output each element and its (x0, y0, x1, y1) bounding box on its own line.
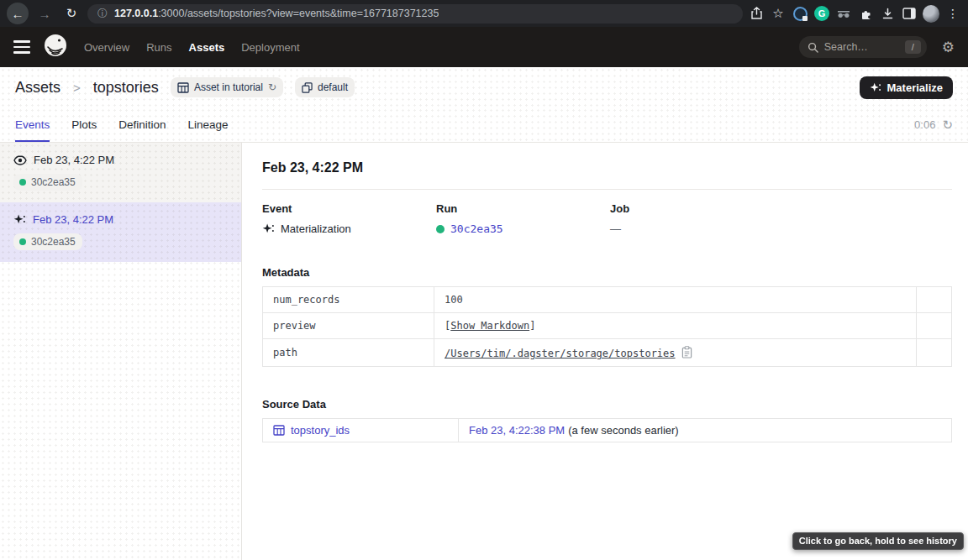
content-area: Feb 23, 4:22 PM 30c2ea35 Feb 23, 4:22 PM… (0, 143, 968, 560)
run-column: Run 30c2ea35 (436, 202, 610, 235)
metadata-empty-cell (917, 313, 952, 339)
materialize-sparkle-icon (870, 82, 881, 93)
source-data-section-title: Source Data (262, 398, 952, 411)
tab-events[interactable]: Events (15, 107, 50, 142)
asset-group-label: default (318, 81, 348, 93)
asset-group-badge[interactable]: default (295, 77, 355, 97)
refresh-timer: 0:06 ↻ (914, 107, 953, 142)
event-list-sidebar: Feb 23, 4:22 PM 30c2ea35 Feb 23, 4:22 PM… (0, 143, 242, 560)
search-shortcut-key: / (905, 40, 921, 54)
nav-item-overview[interactable]: Overview (84, 41, 129, 54)
source-asset-cell: topstory_ids (263, 419, 459, 442)
nav-item-deployment[interactable]: Deployment (241, 41, 299, 54)
materialize-label: Materialize (887, 81, 943, 94)
code-location-badge[interactable]: Asset in tutorial ↻ (171, 77, 283, 97)
show-markdown-link[interactable]: Show Markdown (450, 320, 529, 332)
browser-menu-icon[interactable]: ⋮ (944, 5, 961, 22)
code-location-label: Asset in tutorial (194, 81, 263, 93)
global-search[interactable]: / (799, 36, 927, 58)
source-time-cell: Feb 23, 4:22:38 PM(a few seconds earlier… (459, 419, 952, 442)
metadata-empty-cell (917, 339, 952, 367)
address-bar[interactable]: ⓘ 127.0.0.1:3000/assets/topstories?view=… (87, 4, 743, 24)
tab-plots[interactable]: Plots (71, 107, 97, 142)
asset-table-icon (273, 425, 285, 436)
extensions-puzzle-icon[interactable] (857, 5, 874, 22)
extension-privacy-glasses-icon[interactable] (835, 5, 852, 22)
profile-avatar[interactable] (923, 5, 939, 22)
breadcrumb: Assets > topstories (15, 79, 159, 97)
settings-gear-icon[interactable]: ⚙ (942, 39, 955, 56)
browser-back-button[interactable]: ← (7, 3, 29, 24)
tab-lineage[interactable]: Lineage (188, 107, 229, 142)
nav-item-assets[interactable]: Assets (189, 41, 225, 54)
breadcrumb-separator: > (73, 81, 81, 95)
copy-clipboard-icon[interactable] (681, 346, 692, 359)
job-label: Job (610, 202, 784, 215)
refresh-countdown: 0:06 (914, 118, 935, 131)
run-id-link[interactable]: 30c2ea35 (450, 222, 503, 235)
metadata-section-title: Metadata (262, 266, 952, 279)
event-label: Event (262, 202, 436, 215)
source-asset-link[interactable]: topstory_ids (291, 424, 350, 437)
event-time: Feb 23, 4:22 PM (33, 213, 113, 226)
table-row: num_records 100 (263, 287, 952, 313)
metadata-key: num_records (263, 287, 434, 313)
app-top-nav: Overview Runs Assets Deployment / ⚙ (0, 27, 968, 67)
event-detail-panel: Feb 23, 4:22 PM Event Materialization Ru… (242, 143, 968, 560)
asset-header: Assets > topstories Asset in tutorial ↻ … (0, 67, 968, 107)
metadata-value: 100 (434, 287, 917, 313)
metadata-key: preview (263, 313, 434, 339)
hamburger-menu-icon[interactable] (13, 40, 30, 54)
breadcrumb-current: topstories (93, 79, 159, 96)
run-id-pill[interactable]: 30c2ea35 (13, 233, 82, 250)
extension-grammarly-icon[interactable]: G (813, 5, 830, 22)
bookmark-star-icon[interactable]: ☆ (770, 5, 786, 22)
table-row: preview [Show Markdown] (263, 313, 952, 339)
browser-chrome: ← → ↻ ⓘ 127.0.0.1:3000/assets/topstories… (0, 0, 968, 27)
run-id-label: 30c2ea35 (31, 176, 76, 188)
run-id-label: 30c2ea35 (31, 236, 76, 248)
metadata-table: num_records 100 preview [Show Markdown] … (262, 286, 952, 367)
materialize-button[interactable]: Materialize (860, 76, 953, 99)
event-column: Event Materialization (262, 202, 436, 235)
refresh-icon[interactable]: ↻ (942, 118, 953, 133)
materialization-sparkle-icon (262, 223, 275, 234)
browser-reload-button[interactable]: ↻ (60, 3, 82, 24)
materialization-sparkle-icon (13, 214, 26, 225)
dagster-logo[interactable] (44, 34, 67, 60)
metadata-value: /Users/tim/.dagster/storage/topstories (434, 339, 917, 367)
extension-password-icon[interactable] (792, 5, 808, 22)
tab-definition[interactable]: Definition (118, 107, 166, 142)
search-input[interactable] (824, 41, 899, 53)
metadata-empty-cell (917, 287, 952, 313)
run-id-pill[interactable]: 30c2ea35 (13, 174, 82, 191)
event-type-value: Materialization (281, 222, 351, 235)
run-status-dot (19, 179, 26, 186)
share-icon[interactable] (748, 5, 765, 22)
site-info-icon[interactable]: ⓘ (97, 7, 108, 21)
url-text: 127.0.0.1:3000/assets/topstories?view=ev… (114, 8, 439, 19)
side-panel-icon[interactable] (901, 5, 918, 22)
run-status-dot (436, 225, 445, 233)
event-list-item-materialization[interactable]: Feb 23, 4:22 PM 30c2ea35 (0, 202, 241, 262)
reload-location-icon[interactable]: ↻ (268, 81, 276, 93)
nav-item-runs[interactable]: Runs (146, 41, 171, 54)
metadata-key: path (263, 339, 434, 367)
group-copy-icon (302, 82, 313, 93)
table-icon (177, 82, 189, 93)
event-summary-columns: Event Materialization Run 30c2ea35 Job — (262, 202, 952, 235)
metadata-value: [Show Markdown] (434, 313, 917, 339)
event-time: Feb 23, 4:22 PM (34, 154, 114, 166)
path-link[interactable]: /Users/tim/.dagster/storage/topstories (445, 348, 676, 359)
run-status-dot (19, 238, 26, 245)
asset-tabs: Events Plots Definition Lineage 0:06 ↻ (0, 107, 968, 143)
main-nav: Overview Runs Assets Deployment (84, 41, 300, 54)
downloads-icon[interactable] (879, 5, 896, 22)
browser-forward-button[interactable]: → (34, 3, 55, 24)
source-time-link[interactable]: Feb 23, 4:22:38 PM (469, 424, 565, 437)
table-row: topstory_ids Feb 23, 4:22:38 PM(a few se… (263, 419, 952, 442)
event-list-item-observation[interactable]: Feb 23, 4:22 PM 30c2ea35 (0, 143, 241, 202)
breadcrumb-assets-link[interactable]: Assets (15, 79, 60, 96)
job-column: Job — (610, 202, 784, 235)
divider (262, 189, 952, 190)
